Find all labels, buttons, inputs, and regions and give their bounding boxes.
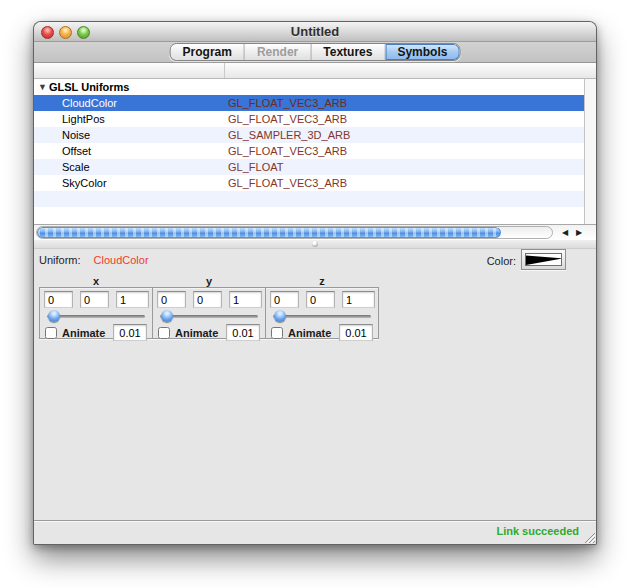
table-row[interactable]: SkyColor GL_FLOAT_VEC3_ARB	[34, 175, 584, 191]
table-row[interactable]: Offset GL_FLOAT_VEC3_ARB	[34, 143, 584, 159]
table-row[interactable]: LightPos GL_FLOAT_VEC3_ARB	[34, 111, 584, 127]
min-field[interactable]	[157, 291, 186, 308]
color-wedge-icon	[526, 254, 562, 266]
scroll-right-icon[interactable]: ▶	[572, 226, 586, 239]
step-field[interactable]	[339, 324, 373, 341]
component-box: Animate	[152, 287, 266, 339]
value-slider[interactable]	[47, 310, 145, 322]
uniform-type: GL_SAMPLER_3D_ARB	[228, 127, 350, 143]
axis-label: z	[265, 275, 379, 287]
min-field[interactable]	[44, 291, 73, 308]
animate-checkbox[interactable]	[45, 327, 57, 339]
uniform-name: Noise	[62, 127, 90, 143]
scrollbar-track[interactable]	[36, 226, 553, 239]
color-well[interactable]	[521, 249, 566, 270]
app-window: Untitled Program Render Textures Symbols…	[33, 21, 597, 545]
animate-checkbox[interactable]	[158, 327, 170, 339]
axis-label: x	[39, 275, 153, 287]
table-row[interactable]: Noise GL_SAMPLER_3D_ARB	[34, 127, 584, 143]
slider-thumb[interactable]	[161, 310, 173, 322]
tab-toolbar: Program Render Textures Symbols	[34, 42, 596, 63]
slider-track[interactable]	[47, 315, 145, 318]
slider-thumb[interactable]	[48, 310, 60, 322]
slider-track[interactable]	[160, 315, 258, 318]
max-field[interactable]	[342, 291, 375, 308]
animate-label: Animate	[62, 327, 105, 339]
uniform-name: SkyColor	[62, 175, 107, 191]
tab-render: Render	[244, 44, 310, 60]
scrollbar-thumb[interactable]	[37, 227, 501, 238]
tab-symbols[interactable]: Symbols	[384, 44, 459, 60]
uniform-type: GL_FLOAT_VEC3_ARB	[228, 143, 347, 159]
column-divider[interactable]	[224, 63, 225, 78]
max-field[interactable]	[116, 291, 149, 308]
axis-label: y	[152, 275, 266, 287]
component-z: z Animate	[265, 275, 379, 339]
pane-splitter[interactable]	[34, 240, 596, 249]
uniform-name: Scale	[62, 159, 90, 175]
scrollbar-arrows: ◀ ▶	[558, 226, 586, 239]
value-field[interactable]	[80, 291, 109, 308]
uniform-type: GL_FLOAT_VEC3_ARB	[228, 175, 347, 191]
disclosure-triangle-icon[interactable]: ▼	[38, 79, 47, 95]
table-row[interactable]: CloudColor GL_FLOAT_VEC3_ARB	[34, 95, 584, 111]
animate-label: Animate	[288, 327, 331, 339]
table-header[interactable]	[34, 63, 596, 79]
vertical-scrollbar[interactable]	[584, 79, 596, 224]
animate-checkbox[interactable]	[271, 327, 283, 339]
max-field[interactable]	[229, 291, 262, 308]
uniform-type: GL_FLOAT_VEC3_ARB	[228, 95, 347, 111]
value-slider[interactable]	[160, 310, 258, 322]
uniform-name: Offset	[62, 143, 91, 159]
step-field[interactable]	[113, 324, 147, 341]
window-title: Untitled	[34, 22, 596, 42]
value-field[interactable]	[193, 291, 222, 308]
color-label: Color:	[487, 255, 516, 267]
resize-grip[interactable]	[582, 530, 595, 543]
slider-thumb[interactable]	[274, 310, 286, 322]
value-slider[interactable]	[273, 310, 371, 322]
slider-track[interactable]	[273, 315, 371, 318]
uniform-name: CloudColor	[62, 95, 117, 111]
value-field[interactable]	[306, 291, 335, 308]
tab-bar: Program Render Textures Symbols	[170, 43, 461, 61]
animate-label: Animate	[175, 327, 218, 339]
inspector-pane: Uniform: CloudColor Color: x	[34, 249, 596, 519]
tab-textures[interactable]: Textures	[310, 44, 384, 60]
uniform-type: GL_FLOAT_VEC3_ARB	[228, 111, 347, 127]
scroll-left-icon[interactable]: ◀	[558, 226, 572, 239]
title-bar[interactable]: Untitled	[34, 22, 596, 42]
selected-uniform-name: CloudColor	[94, 254, 149, 266]
component-y: y Animate	[152, 275, 266, 339]
horizontal-scrollbar[interactable]: ◀ ▶	[34, 224, 596, 240]
step-field[interactable]	[226, 324, 260, 341]
component-groups: x Animate	[39, 275, 379, 339]
uniform-name: LightPos	[62, 111, 105, 127]
group-row-glsl-uniforms[interactable]: ▼ GLSL Uniforms	[34, 79, 584, 95]
group-label: GLSL Uniforms	[49, 79, 129, 95]
component-x: x Animate	[39, 275, 153, 339]
splitter-dimple-icon	[312, 241, 318, 247]
tab-program[interactable]: Program	[171, 44, 244, 60]
status-bar: Link succeeded	[34, 520, 596, 544]
uniform-type: GL_FLOAT	[228, 159, 283, 175]
uniforms-list: ▼ GLSL Uniforms CloudColor GL_FLOAT_VEC3…	[34, 79, 596, 224]
min-field[interactable]	[270, 291, 299, 308]
component-box: Animate	[265, 287, 379, 339]
table-row[interactable]: Scale GL_FLOAT	[34, 159, 584, 175]
color-swatch	[525, 253, 562, 266]
link-status: Link succeeded	[496, 525, 579, 537]
component-box: Animate	[39, 287, 153, 339]
uniform-label: Uniform:	[39, 254, 81, 266]
empty-row	[34, 191, 584, 207]
uniform-line: Uniform: CloudColor	[39, 254, 149, 266]
